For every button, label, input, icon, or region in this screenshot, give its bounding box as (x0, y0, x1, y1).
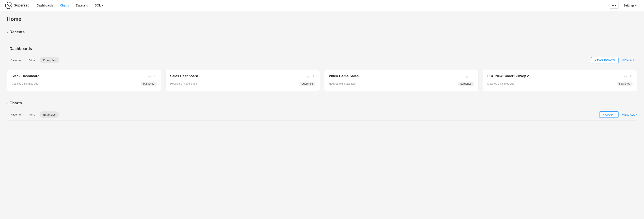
recents-section-header[interactable]: › Recents (7, 27, 637, 37)
dashboard-card-1: Sales Dashboard ☆ ⋮ Modified 9 minutes a… (166, 70, 320, 91)
recents-section: › Recents (7, 27, 637, 37)
tab-dashboards-mine[interactable]: Mine (25, 57, 39, 63)
add-chart-button[interactable]: + CHART (599, 111, 619, 118)
navbar: Superset Dashboards Charts Datasets SQL … (0, 0, 644, 11)
dashboard-card-0-footer: Modified 9 minutes ago published (12, 82, 157, 86)
dashboard-card-1-actions: ☆ ⋮ (307, 74, 315, 79)
charts-tabs: Favorite Mine Examples (7, 111, 59, 118)
navbar-right: + ▾ Settings ▾ (610, 2, 639, 9)
tab-charts-favorite[interactable]: Favorite (7, 111, 24, 118)
charts-title: Charts (10, 101, 22, 105)
dashboard-card-0-title: Slack Dashboard (12, 74, 148, 78)
dashboard-card-0-actions: ☆ ⋮ (148, 74, 157, 79)
charts-chevron: › (6, 103, 9, 104)
tab-charts-examples[interactable]: Examples (40, 111, 59, 118)
nav-charts[interactable]: Charts (57, 2, 72, 9)
dashboard-card-2-footer: Modified 9 minutes ago published (329, 82, 474, 86)
dashboard-card-2-status: published (458, 82, 474, 86)
dashboards-tabs-actions: Favorite Mine Examples + DASHBOARD VIEW … (7, 57, 637, 63)
dashboard-card-2: Video Game Sales ☆ ⋮ Modified 9 minutes … (324, 70, 478, 91)
plus-label: + (612, 4, 614, 7)
plus-dropdown-icon: ▾ (614, 4, 616, 7)
dashboard-card-3-header: FCC New Coder Survey 2... ☆ ⋮ (487, 74, 632, 79)
dashboard-card-3-footer: Modified 9 minutes ago published (487, 82, 632, 86)
view-all-dashboards-button[interactable]: VIEW ALL » (622, 59, 637, 62)
settings-dropdown-icon: ▾ (635, 4, 637, 7)
navbar-nav: Dashboards Charts Datasets SQL ▾ (34, 2, 610, 9)
dashboard-card-2-star-icon[interactable]: ☆ (465, 75, 468, 79)
dashboards-section-header[interactable]: › Dashboards (7, 44, 637, 54)
add-dashboard-button[interactable]: + DASHBOARD (591, 57, 619, 63)
add-button[interactable]: + ▾ (610, 2, 618, 9)
dashboards-actions: + DASHBOARD VIEW ALL » (591, 57, 637, 63)
dashboard-card-2-actions: ☆ ⋮ (465, 74, 474, 79)
view-all-charts-button[interactable]: VIEW ALL » (622, 113, 637, 116)
tab-dashboards-favorite[interactable]: Favorite (7, 57, 24, 63)
dashboards-cards-grid: Slack Dashboard ☆ ⋮ Modified 9 minutes a… (7, 70, 637, 91)
dashboard-card-1-star-icon[interactable]: ☆ (307, 75, 310, 79)
tab-dashboards-examples[interactable]: Examples (40, 57, 59, 63)
superset-logo-icon (5, 2, 12, 9)
charts-tabs-actions: Favorite Mine Examples + CHART VIEW ALL … (7, 111, 637, 118)
dashboard-card-1-more-icon[interactable]: ⋮ (312, 74, 315, 79)
dashboard-card-3: FCC New Coder Survey 2... ☆ ⋮ Modified 9… (483, 70, 637, 91)
nav-dashboards[interactable]: Dashboards (34, 2, 56, 9)
dashboard-card-3-star-icon[interactable]: ☆ (624, 75, 627, 79)
dashboard-card-3-status: published (617, 82, 632, 86)
nav-datasets[interactable]: Datasets (73, 2, 91, 9)
dashboard-card-1-title: Sales Dashboard (170, 74, 307, 78)
dashboard-card-0-modified: Modified 9 minutes ago (12, 82, 38, 85)
recents-title: Recents (10, 30, 25, 34)
dashboard-card-3-modified: Modified 9 minutes ago (487, 82, 514, 85)
dashboard-card-1-footer: Modified 9 minutes ago published (170, 82, 315, 86)
dashboard-card-0-header: Slack Dashboard ☆ ⋮ (12, 74, 157, 79)
dashboard-card-3-more-icon[interactable]: ⋮ (629, 74, 632, 79)
recents-chevron: › (7, 31, 8, 34)
logo[interactable]: Superset (5, 2, 28, 9)
dashboard-card-0-status: published (141, 82, 157, 86)
sql-dropdown-icon: ▾ (102, 4, 103, 7)
page-title: Home (7, 16, 637, 22)
dashboard-card-2-more-icon[interactable]: ⋮ (470, 74, 474, 79)
dashboard-card-0: Slack Dashboard ☆ ⋮ Modified 9 minutes a… (7, 70, 161, 91)
dashboards-section: › Dashboards Favorite Mine Examples + DA… (7, 44, 637, 91)
settings-label: Settings (623, 4, 634, 7)
dashboard-card-0-star-icon[interactable]: ☆ (148, 75, 151, 79)
dashboards-tabs: Favorite Mine Examples (7, 57, 59, 63)
charts-section-header[interactable]: › Charts (7, 98, 637, 108)
dashboard-card-3-actions: ☆ ⋮ (624, 74, 632, 79)
tab-charts-mine[interactable]: Mine (25, 111, 39, 118)
dashboard-card-2-header: Video Game Sales ☆ ⋮ (329, 74, 474, 79)
dashboards-chevron: › (6, 49, 9, 49)
main-content: Home › Recents › Dashboards Favorite Min… (0, 11, 644, 219)
charts-section: › Charts Favorite Mine Examples + CHART … (7, 98, 637, 121)
dashboard-card-2-title: Video Game Sales (329, 74, 465, 78)
dashboards-title: Dashboards (10, 47, 32, 51)
dashboard-card-1-status: published (300, 82, 315, 86)
logo-text: Superset (14, 4, 28, 7)
dashboard-card-1-header: Sales Dashboard ☆ ⋮ (170, 74, 315, 79)
charts-actions: + CHART VIEW ALL » (599, 111, 637, 118)
dashboards-divider (7, 66, 637, 66)
dashboard-card-3-title: FCC New Coder Survey 2... (487, 74, 624, 78)
dashboard-card-2-modified: Modified 9 minutes ago (329, 82, 356, 85)
charts-divider (7, 120, 637, 121)
nav-sql[interactable]: SQL ▾ (92, 2, 106, 9)
dashboard-card-1-modified: Modified 9 minutes ago (170, 82, 197, 85)
settings-button[interactable]: Settings ▾ (621, 3, 639, 9)
dashboard-card-0-more-icon[interactable]: ⋮ (153, 74, 157, 79)
